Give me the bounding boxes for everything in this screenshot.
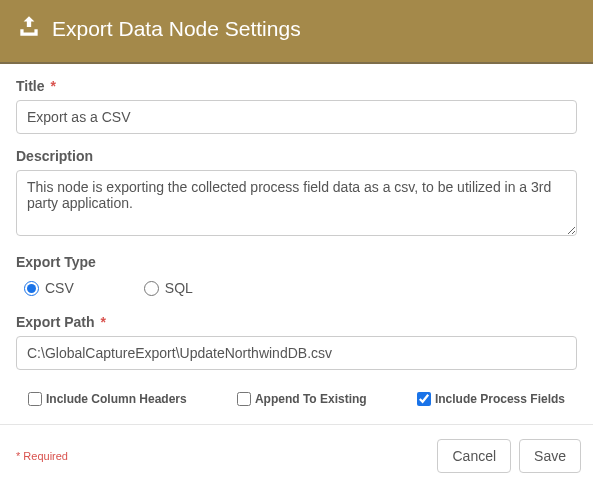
options-row: Include Column Headers Append To Existin…: [16, 384, 577, 424]
description-field: Description: [16, 148, 577, 240]
export-type-sql[interactable]: SQL: [144, 280, 193, 296]
save-button[interactable]: Save: [519, 439, 581, 473]
dialog-header: Export Data Node Settings: [0, 0, 593, 64]
title-input[interactable]: [16, 100, 577, 134]
dialog-body: Title * Description Export Type CSV SQL …: [0, 64, 593, 424]
cancel-button[interactable]: Cancel: [437, 439, 511, 473]
export-icon: [16, 14, 42, 44]
export-path-label: Export Path *: [16, 314, 577, 330]
export-type-csv[interactable]: CSV: [24, 280, 74, 296]
append-existing-checkbox[interactable]: [237, 392, 251, 406]
append-existing-option[interactable]: Append To Existing: [237, 392, 367, 406]
description-label: Description: [16, 148, 577, 164]
include-process-option[interactable]: Include Process Fields: [417, 392, 565, 406]
export-type-field: Export Type CSV SQL: [16, 254, 577, 300]
export-type-options: CSV SQL: [16, 276, 577, 300]
include-headers-option[interactable]: Include Column Headers: [28, 392, 187, 406]
include-headers-checkbox[interactable]: [28, 392, 42, 406]
export-type-sql-radio[interactable]: [144, 281, 159, 296]
export-path-label-text: Export Path: [16, 314, 95, 330]
include-process-label: Include Process Fields: [435, 392, 565, 406]
export-type-csv-radio[interactable]: [24, 281, 39, 296]
required-note: * Required: [16, 450, 68, 462]
required-marker: *: [100, 314, 105, 330]
title-label: Title *: [16, 78, 577, 94]
include-headers-label: Include Column Headers: [46, 392, 187, 406]
export-path-input[interactable]: [16, 336, 577, 370]
append-existing-label: Append To Existing: [255, 392, 367, 406]
export-type-label: Export Type: [16, 254, 577, 270]
title-label-text: Title: [16, 78, 45, 94]
title-field: Title *: [16, 78, 577, 134]
dialog-title: Export Data Node Settings: [52, 17, 301, 41]
export-type-sql-label: SQL: [165, 280, 193, 296]
export-path-field: Export Path *: [16, 314, 577, 370]
required-marker: *: [50, 78, 55, 94]
dialog-footer: * Required Cancel Save: [0, 424, 593, 487]
export-type-csv-label: CSV: [45, 280, 74, 296]
include-process-checkbox[interactable]: [417, 392, 431, 406]
description-input[interactable]: [16, 170, 577, 236]
